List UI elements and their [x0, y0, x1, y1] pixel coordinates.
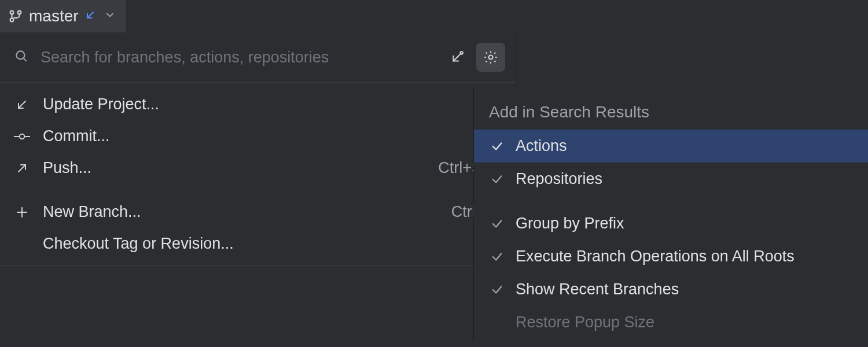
- search-row: [0, 32, 516, 83]
- settings-header: Add in Search Results: [474, 98, 868, 130]
- menu-item-label: Commit...: [43, 127, 470, 145]
- settings-button[interactable]: [476, 43, 505, 72]
- search-input[interactable]: [41, 49, 431, 67]
- svg-point-0: [10, 11, 14, 14]
- settings-item-label: Execute Branch Operations on All Roots: [516, 248, 795, 265]
- settings-submenu: Add in Search Results Actions Repositori…: [473, 88, 868, 341]
- current-branch-name: master: [29, 7, 79, 25]
- settings-item-label: Repositories: [516, 170, 602, 188]
- svg-point-3: [16, 51, 24, 59]
- svg-point-5: [460, 51, 462, 54]
- search-icon: [14, 49, 29, 66]
- settings-item-restore-size: Restore Popup Size: [474, 306, 868, 339]
- push-icon: [13, 161, 31, 175]
- settings-item-group-prefix[interactable]: Group by Prefix: [474, 207, 868, 240]
- settings-item-label: Group by Prefix: [516, 215, 624, 232]
- commit-icon: [13, 131, 31, 142]
- menu-item-label: Push...: [43, 159, 426, 177]
- settings-item-actions[interactable]: Actions: [474, 130, 868, 163]
- incoming-changes-icon: [84, 9, 96, 23]
- fetch-button[interactable]: [443, 43, 472, 72]
- branches-popup: Update Project... Ctr Commit... Ctr P: [0, 32, 516, 278]
- plus-icon: [13, 205, 31, 219]
- update-icon: [13, 98, 31, 112]
- chevron-down-icon: [104, 9, 116, 23]
- svg-point-6: [489, 56, 493, 60]
- current-branch-button[interactable]: master: [0, 0, 126, 32]
- svg-point-1: [18, 11, 21, 14]
- menu-item-label: Checkout Tag or Revision...: [43, 235, 503, 253]
- menu-item-label: New Branch...: [43, 203, 440, 221]
- settings-item-exec-all-roots[interactable]: Execute Branch Operations on All Roots: [474, 240, 868, 273]
- branch-icon: [8, 9, 23, 24]
- check-icon: [489, 217, 505, 230]
- check-icon: [489, 250, 505, 263]
- update-project-item[interactable]: Update Project... Ctr: [0, 88, 516, 120]
- svg-point-7: [20, 134, 24, 138]
- svg-line-4: [23, 58, 26, 61]
- check-icon: [489, 283, 505, 296]
- push-item[interactable]: Push... Ctrl+Shift: [0, 152, 516, 184]
- menu-item-label: Update Project...: [43, 95, 470, 113]
- commit-item[interactable]: Commit... Ctr: [0, 120, 516, 152]
- check-icon: [489, 140, 505, 153]
- settings-item-repositories[interactable]: Repositories: [474, 163, 868, 195]
- checkout-tag-item[interactable]: Checkout Tag or Revision...: [0, 228, 516, 260]
- settings-item-label: Restore Popup Size: [516, 313, 654, 331]
- svg-point-2: [10, 19, 14, 22]
- settings-item-label: Show Recent Branches: [516, 280, 679, 298]
- new-branch-item[interactable]: New Branch... Ctrl+Alt: [0, 196, 516, 228]
- settings-item-label: Actions: [516, 137, 567, 155]
- settings-item-recent-branches[interactable]: Show Recent Branches: [474, 273, 868, 306]
- check-icon: [489, 173, 505, 186]
